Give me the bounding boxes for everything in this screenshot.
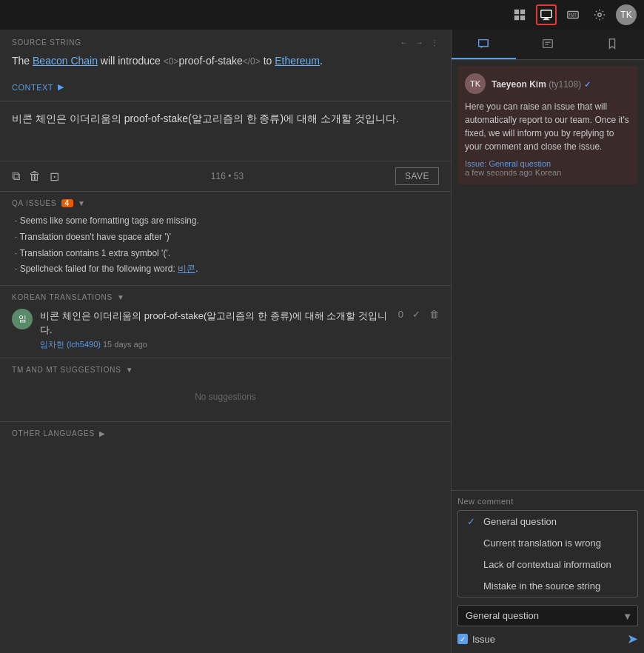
svg-rect-11 xyxy=(575,13,577,14)
qa-items: · Seems like some formatting tags are mi… xyxy=(12,213,439,277)
source-string-text: The Beacon Chain will introduce <0>proof… xyxy=(12,53,439,69)
right-panel: TK Taeyeon Kim (ty1108) ✓ Here you can r… xyxy=(452,30,644,653)
svg-rect-12 xyxy=(569,16,571,16)
translation-text: 비콘 체인은 이더리움의 proof-of-stake(알고리즘의 한 종류)에… xyxy=(40,309,391,338)
svg-rect-2 xyxy=(514,16,519,20)
issue-select-wrapper: General question Current translation is … xyxy=(457,605,638,626)
new-comment-label: New comment xyxy=(457,497,638,506)
svg-rect-4 xyxy=(541,10,551,18)
tm-suggestions-section: TM AND MT SUGGESTIONS ▼ No suggestions xyxy=(0,358,451,421)
spellcheck-highlight: 비콘 xyxy=(178,264,195,274)
source-string-actions: ← → ⋮ xyxy=(400,38,439,47)
settings-icon[interactable] xyxy=(589,4,610,25)
comment-avatar: TK xyxy=(465,73,486,94)
translation-toolbar: ⧉ 🗑 ⊡ 116 • 53 SAVE xyxy=(0,161,451,191)
svg-point-15 xyxy=(598,13,602,17)
svg-rect-3 xyxy=(520,16,525,20)
dropdown-item-general[interactable]: ✓ General question xyxy=(458,511,637,532)
arrow-left-icon[interactable]: ← xyxy=(400,38,409,47)
check-icon: ✓ xyxy=(467,516,477,527)
comment-card: TK Taeyeon Kim (ty1108) ✓ Here you can r… xyxy=(457,66,638,184)
source-string-section: SOURCE STRING ← → ⋮ The Beacon Chain wil… xyxy=(0,30,451,101)
save-button[interactable]: SAVE xyxy=(395,167,439,185)
comment-time: a few seconds ago xyxy=(465,168,533,177)
comments-tab[interactable] xyxy=(452,30,516,59)
dropdown-item-wrong-translation[interactable]: ✓ Current translation is wrong xyxy=(458,532,637,554)
tm-header[interactable]: TM AND MT SUGGESTIONS ▼ xyxy=(12,366,439,374)
other-languages-header[interactable]: OTHER LANGUAGES ▶ xyxy=(12,429,439,438)
qa-section: QA ISSUES 4 ▼ · Seems like some formatti… xyxy=(0,191,451,284)
svg-rect-16 xyxy=(543,40,553,48)
dropdown-item-contextual[interactable]: ✓ Lack of contextual information xyxy=(458,554,637,575)
bookmark-tab[interactable] xyxy=(580,30,644,59)
issue-select[interactable]: General question Current translation is … xyxy=(457,605,638,626)
send-button[interactable]: ➤ xyxy=(627,631,638,647)
translation-time: 15 days ago xyxy=(103,340,147,349)
context-arrow-icon: ▶ xyxy=(58,82,64,92)
comment-user-handle: (ty1108) xyxy=(549,79,581,90)
svg-rect-6 xyxy=(543,19,550,20)
other-lang-arrow-icon: ▶ xyxy=(99,429,106,438)
right-tabs xyxy=(452,30,644,60)
beacon-chain-link: Beacon Chain xyxy=(33,55,98,67)
top-nav: TK xyxy=(0,0,644,30)
main-layout: SOURCE STRING ← → ⋮ The Beacon Chain wil… xyxy=(0,30,644,653)
dropdown-item-source-mistake[interactable]: ✓ Mistake in the source string xyxy=(458,575,637,597)
context-row[interactable]: CONTEXT ▶ xyxy=(12,76,439,95)
translation-actions: 0 ✓ 🗑 xyxy=(398,309,439,320)
info-tab[interactable] xyxy=(516,30,580,59)
translation-avatar: 임 xyxy=(12,309,33,329)
comment-input-area: New comment ✓ General question ✓ Current… xyxy=(452,490,644,653)
approve-icon[interactable]: ✓ xyxy=(412,309,420,320)
svg-rect-7 xyxy=(568,12,578,19)
korean-translations-section: KOREAN TRANSLATIONS ▼ 임 비콘 체인은 이더리움의 pro… xyxy=(0,285,451,358)
korean-translations-header[interactable]: KOREAN TRANSLATIONS ▼ xyxy=(12,293,439,301)
svg-rect-5 xyxy=(544,19,548,20)
svg-rect-8 xyxy=(569,13,571,14)
qa-item: · Translation doesn't have space after '… xyxy=(12,230,439,246)
qa-arrow-icon: ▼ xyxy=(78,199,86,207)
vote-count: 0 xyxy=(398,309,403,320)
svg-rect-1 xyxy=(520,10,525,14)
comment-language: Korean xyxy=(535,168,561,177)
svg-rect-10 xyxy=(573,13,574,14)
monitor-icon[interactable] xyxy=(536,4,557,25)
char-count: 116 • 53 xyxy=(211,171,244,181)
translation-user-link[interactable]: 임차헌 (lch5490) xyxy=(40,340,101,349)
delete-translation-icon[interactable]: 🗑 xyxy=(429,309,439,320)
comment-meta: Issue: General question a few seconds ag… xyxy=(465,159,631,177)
translation-entry: 임 비콘 체인은 이더리움의 proof-of-stake(알고리즘의 한 종류… xyxy=(12,309,439,350)
translations-arrow-icon: ▼ xyxy=(117,293,125,301)
translation-meta: 임차헌 (lch5490) 15 days ago xyxy=(40,339,391,350)
qa-header[interactable]: QA ISSUES 4 ▼ xyxy=(12,199,439,207)
other-languages-section: OTHER LANGUAGES ▶ xyxy=(0,421,451,445)
issue-checkbox-label[interactable]: ✓ Issue xyxy=(457,634,495,645)
tm-arrow-icon: ▼ xyxy=(126,366,134,374)
ethereum-link: Ethereum xyxy=(275,55,320,67)
copy-icon[interactable]: ⧉ xyxy=(12,170,20,184)
arrow-right-icon[interactable]: → xyxy=(415,38,423,47)
more-icon[interactable]: ⋮ xyxy=(431,38,439,47)
delete-icon[interactable]: 🗑 xyxy=(29,170,41,184)
layout-icon[interactable] xyxy=(509,4,530,25)
right-spacer xyxy=(452,190,644,490)
qa-item: · Seems like some formatting tags are mi… xyxy=(12,213,439,230)
comment-text: Here you can raise an issue that will au… xyxy=(465,100,631,153)
expand-icon[interactable]: ⊡ xyxy=(50,170,59,184)
svg-rect-0 xyxy=(514,10,519,14)
translation-area[interactable]: 비콘 체인은 이더리움의 proof-of-stake(알고리즘의 한 종류)에… xyxy=(0,101,451,161)
tag-open: <0> xyxy=(164,56,179,67)
issue-checkbox[interactable]: ✓ xyxy=(457,634,468,644)
translation-icons: ⧉ 🗑 ⊡ xyxy=(12,170,59,184)
qa-item: · Translation contains 1 extra symbol '(… xyxy=(12,246,439,262)
translation-content: 비콘 체인은 이더리움의 proof-of-stake(알고리즘의 한 종류)에… xyxy=(40,309,391,350)
keyboard-icon[interactable] xyxy=(563,4,583,25)
user-avatar[interactable]: TK xyxy=(616,4,637,25)
qa-item: · Spellcheck failed for the following wo… xyxy=(12,261,439,278)
left-panel: SOURCE STRING ← → ⋮ The Beacon Chain wil… xyxy=(0,30,452,653)
verified-icon: ✓ xyxy=(584,80,591,89)
qa-badge: 4 xyxy=(61,199,73,207)
issue-type-dropdown[interactable]: ✓ General question ✓ Current translation… xyxy=(457,510,638,597)
tag-close: </0> xyxy=(243,56,261,67)
issue-label: Issue: General question xyxy=(465,159,551,168)
